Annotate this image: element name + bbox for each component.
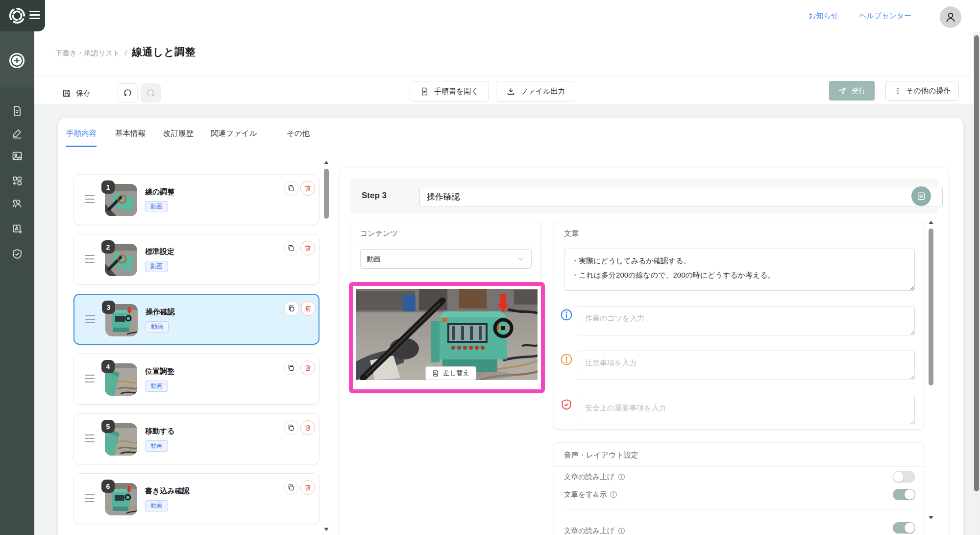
plus-circle-icon <box>10 53 24 68</box>
copy-icon <box>287 364 295 372</box>
step-card-6[interactable]: 6 書き込み確認 動画 <box>74 473 319 524</box>
redo-button[interactable] <box>141 83 161 102</box>
toggle-text-readout[interactable] <box>893 471 915 483</box>
delete-step-button[interactable] <box>300 360 315 375</box>
notifications-link[interactable]: お知らせ <box>808 11 838 21</box>
step-body-textarea[interactable]: ・実際にどうしてみるか確認する。 ・これは多分200の線なので、200の時にどう… <box>564 249 915 291</box>
delete-step-button[interactable] <box>301 301 316 316</box>
publish-button[interactable]: 発行 <box>829 81 875 101</box>
step-card-2[interactable]: 2 標準設定 動画 <box>74 234 319 285</box>
copy-icon <box>287 484 295 491</box>
duplicate-step-button[interactable] <box>284 181 298 196</box>
detail-scroll-down[interactable] <box>929 516 933 519</box>
caution-textarea[interactable] <box>578 351 915 380</box>
drag-handle-icon[interactable] <box>85 315 95 326</box>
step-label: Step 3 <box>362 191 387 201</box>
media-type-badge: 動画 <box>145 440 168 452</box>
content-section-title: コンテンツ <box>350 221 540 245</box>
tab-related-files[interactable]: 関連ファイル <box>211 128 257 146</box>
tips-textarea[interactable] <box>578 306 915 335</box>
breadcrumb-separator: / <box>125 49 127 57</box>
duplicate-step-button[interactable] <box>284 480 298 495</box>
media-type-badge: 動画 <box>145 381 168 392</box>
step-card-3-selected[interactable]: 3 操作確認 動画 <box>74 294 319 345</box>
tab-revision-history[interactable]: 改訂履歴 <box>163 128 194 146</box>
media-type-select[interactable]: 動画 <box>360 249 532 269</box>
duplicate-step-button[interactable] <box>284 301 299 316</box>
sidebar-item-documents[interactable] <box>11 105 23 117</box>
sidebar-item-media[interactable] <box>11 150 23 162</box>
info-icon <box>560 308 573 321</box>
detail-scrollbar[interactable] <box>929 229 933 385</box>
memo-button[interactable] <box>911 186 931 206</box>
video-preview-highlight[interactable]: 差し替え <box>349 282 545 393</box>
info-icon <box>610 491 617 498</box>
media-type-badge: 動画 <box>146 321 169 332</box>
step-list-scroll-down[interactable] <box>324 528 329 531</box>
tab-other[interactable]: その他 <box>287 128 310 146</box>
delete-step-button[interactable] <box>300 181 315 196</box>
sidebar-item-members[interactable] <box>11 198 23 209</box>
open-manual-button[interactable]: 手順書を開く <box>410 81 489 102</box>
step-title-input[interactable] <box>419 187 943 206</box>
drag-handle-icon[interactable] <box>85 195 95 205</box>
delete-step-button[interactable] <box>300 480 315 495</box>
delete-step-button[interactable] <box>300 241 315 255</box>
trash-icon <box>304 484 312 491</box>
drag-handle-icon[interactable] <box>85 494 95 505</box>
audio-layout-section: 音声・レイアウト設定 文章の読み上げ 文章を非表示 文章の読み上げ <box>554 442 924 535</box>
media-type-badge: 動画 <box>145 261 168 272</box>
delete-step-button[interactable] <box>300 420 315 435</box>
step-number-badge: 3 <box>102 301 115 314</box>
step-list-scrollbar[interactable] <box>324 169 329 219</box>
duplicate-step-button[interactable] <box>284 241 298 255</box>
info-icon <box>618 527 625 535</box>
save-button[interactable]: 保存 <box>62 83 91 103</box>
copy-icon <box>287 424 295 432</box>
hamburger-menu-button[interactable] <box>29 11 40 21</box>
step-card-5[interactable]: 5 移動する 動画 <box>74 413 319 464</box>
step-card-1[interactable]: 1 線の調整 動画 <box>74 174 319 225</box>
toggle-label-hide-text: 文章を非表示 <box>564 490 617 499</box>
step-title: 操作確認 <box>146 307 175 317</box>
duplicate-step-button[interactable] <box>284 420 298 435</box>
app-logo-icon[interactable] <box>8 6 26 25</box>
replace-media-button[interactable]: 差し替え <box>425 366 476 380</box>
copy-icon <box>287 184 295 192</box>
document-icon <box>420 87 429 96</box>
drag-handle-icon[interactable] <box>85 255 95 265</box>
help-center-link[interactable]: ヘルプセンター <box>859 11 911 21</box>
undo-button[interactable] <box>118 83 138 102</box>
sidebar-item-templates[interactable] <box>11 175 23 187</box>
trash-icon <box>304 244 312 252</box>
breadcrumb-parent[interactable]: 下書き・承認リスト <box>55 49 120 58</box>
sidebar-item-security[interactable] <box>11 248 23 260</box>
safety-textarea[interactable] <box>578 396 915 425</box>
copy-icon <box>287 244 295 252</box>
text-section-title: 文章 <box>554 221 924 245</box>
toggle-text-readout-2[interactable] <box>893 522 915 534</box>
file-export-button[interactable]: ファイル出力 <box>496 81 575 102</box>
step-card-4[interactable]: 4 位置調整 動画 <box>74 354 319 405</box>
drag-handle-icon[interactable] <box>85 375 95 385</box>
user-avatar[interactable] <box>940 6 961 28</box>
tab-basic-info[interactable]: 基本情報 <box>115 128 146 146</box>
memo-icon <box>916 191 926 201</box>
toggle-hide-text[interactable] <box>893 489 915 500</box>
redo-icon <box>146 88 155 98</box>
sidebar-item-translate[interactable] <box>11 223 23 235</box>
add-new-button[interactable] <box>9 53 24 68</box>
sidebar-item-edit[interactable] <box>11 127 23 139</box>
window-scrollbar[interactable] <box>974 35 979 491</box>
app-logo-block <box>0 0 45 31</box>
breadcrumb: 下書き・承認リスト / 線通しと調整 <box>55 45 196 59</box>
image-file-icon <box>432 369 440 377</box>
header-divider <box>34 76 980 76</box>
duplicate-step-button[interactable] <box>284 360 298 375</box>
more-actions-button[interactable]: その他の操作 <box>885 81 959 101</box>
toggle-label-tts: 文章の読み上げ <box>564 472 625 482</box>
tab-procedure-content[interactable]: 手順内容 <box>66 128 97 147</box>
detail-scroll-up[interactable] <box>929 221 933 224</box>
drag-handle-icon[interactable] <box>85 434 95 445</box>
step-list-scroll-up[interactable] <box>324 161 329 164</box>
